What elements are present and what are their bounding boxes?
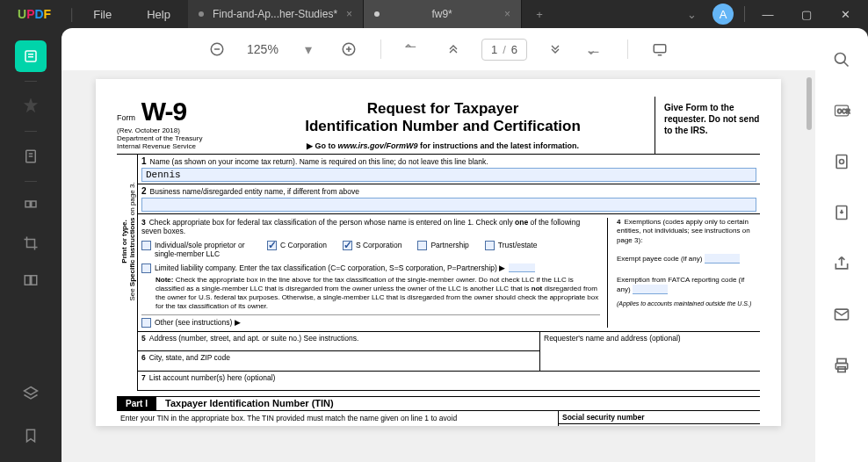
layers-icon[interactable] [15, 378, 47, 409]
fatca-input[interactable] [633, 285, 668, 294]
checkbox-individual[interactable] [141, 241, 151, 250]
zoom-level: 125% [245, 42, 280, 56]
zoom-out-button[interactable] [205, 37, 229, 61]
annotate-icon[interactable] [15, 90, 47, 122]
form-word: Form [117, 113, 135, 122]
app-logo: UPDF [0, 7, 69, 21]
form-title: Request for TaxpayerIdentification Numbe… [240, 100, 646, 136]
left-sidebar [0, 28, 61, 462]
checkbox-other[interactable] [141, 318, 151, 328]
bookmark-icon[interactable] [15, 420, 47, 451]
reader-mode-icon[interactable] [15, 40, 47, 72]
prev-page-button[interactable] [441, 37, 466, 61]
tab-label: Find-and-Ap...her-Studies* [213, 8, 337, 20]
menu-file[interactable]: File [76, 8, 129, 21]
close-icon[interactable]: × [504, 8, 510, 20]
first-page-button[interactable]: ⌃─ [401, 37, 425, 61]
menu-help[interactable]: Help [129, 8, 188, 21]
svg-rect-7 [32, 201, 36, 207]
next-page-button[interactable] [543, 37, 568, 61]
tab-indicator-icon [199, 11, 204, 17]
svg-rect-9 [32, 276, 37, 285]
part-title: Taxpayer Identification Number (TIN) [156, 398, 334, 408]
divider [744, 6, 745, 22]
tab-indicator-icon [374, 11, 380, 17]
new-tab-button[interactable]: + [522, 0, 557, 28]
right-sidebar: OCR [815, 28, 868, 462]
tab-current-document[interactable]: fw9* × [364, 0, 522, 28]
ocr-icon[interactable]: OCR [826, 95, 857, 126]
svg-rect-8 [25, 276, 30, 285]
form-dept: Department of the Treasury [117, 134, 224, 142]
svg-rect-6 [25, 201, 30, 207]
divider [25, 181, 37, 182]
compare-icon[interactable] [15, 264, 47, 296]
divider [627, 40, 628, 59]
tin-instructions: Enter your TIN in the appropriate box. T… [117, 411, 558, 426]
line2-label: Business name/disregarded entity name, i… [150, 187, 359, 196]
page-total: 6 [511, 43, 517, 56]
checkbox-partnership[interactable] [417, 241, 427, 250]
maximize-button[interactable]: ▢ [787, 0, 826, 28]
business-name-input[interactable] [141, 198, 756, 212]
watermark-icon[interactable] [826, 146, 857, 177]
line-number: 6 [141, 353, 146, 362]
scrollbar[interactable] [807, 77, 812, 130]
form-goto: ▶ Go to www.irs.gov/FormW9 for instructi… [240, 141, 646, 150]
pdf-page: Form W-9 (Rev. October 2018) Department … [96, 79, 781, 426]
organize-pages-icon[interactable] [15, 191, 47, 222]
search-icon[interactable] [826, 44, 857, 76]
page-sep: / [503, 43, 506, 56]
line-number: 1 [141, 156, 147, 166]
document-viewport[interactable]: Form W-9 (Rev. October 2018) Department … [61, 70, 815, 462]
zoom-dropdown[interactable]: ▾ [296, 37, 321, 61]
chevron-down-icon[interactable]: ⌄ [678, 8, 705, 21]
name-input[interactable]: Dennis [141, 168, 756, 182]
tab-other-document[interactable]: Find-and-Ap...her-Studies* × [188, 0, 364, 28]
email-icon[interactable] [826, 299, 857, 330]
line-number: 4 [617, 218, 620, 226]
line4-label: Exemptions (codes apply only to certain … [617, 218, 750, 244]
divider [25, 81, 37, 82]
divider [25, 131, 37, 132]
print-icon[interactable] [826, 350, 857, 381]
exempt-payee-input[interactable] [705, 254, 740, 263]
llc-classification-input[interactable] [509, 263, 535, 272]
page-current: 1 [491, 43, 497, 56]
divider [380, 40, 381, 59]
crop-icon[interactable] [15, 227, 47, 259]
svg-rect-15 [654, 45, 666, 53]
presentation-icon[interactable] [647, 37, 672, 61]
form-instructions: Give Form to the requester. Do not send … [655, 97, 760, 154]
checkbox-ccorp[interactable] [267, 241, 277, 250]
svg-line-18 [844, 62, 849, 67]
checkbox-llc[interactable] [141, 263, 151, 273]
form-dept: Internal Revenue Service [117, 142, 224, 150]
llc-note: Check the appropriate box in the line ab… [156, 276, 598, 310]
form-number: W-9 [141, 97, 186, 126]
share-icon[interactable] [826, 248, 857, 279]
close-button[interactable]: ✕ [826, 0, 864, 28]
part-badge: Part I [117, 397, 156, 410]
svg-point-17 [835, 54, 846, 64]
export-icon[interactable] [826, 197, 857, 228]
toolbar: 125% ▾ ⌃─ 1 / 6 ⌄─ [61, 28, 815, 70]
page-input[interactable]: 1 / 6 [481, 39, 527, 61]
form-revision: (Rev. October 2018) [117, 126, 224, 134]
line-number: 5 [141, 334, 146, 343]
checkbox-trust[interactable] [485, 241, 495, 250]
close-icon[interactable]: × [346, 8, 352, 20]
svg-rect-21 [836, 155, 847, 169]
svg-text:OCR: OCR [837, 108, 850, 114]
minimize-button[interactable]: — [749, 0, 787, 28]
checkbox-scorp[interactable] [343, 241, 352, 250]
last-page-button[interactable]: ⌄─ [583, 37, 608, 61]
edit-text-icon[interactable] [15, 141, 47, 172]
line7-label: List account number(s) here (optional) [149, 373, 276, 382]
tab-label: fw9* [388, 8, 495, 20]
zoom-in-button[interactable] [336, 37, 361, 61]
line5-label: Address (number, street, and apt. or sui… [149, 334, 359, 343]
svg-point-22 [840, 160, 844, 164]
form-side-label: Print or type.See Specific Instructions … [117, 155, 138, 391]
user-avatar[interactable]: A [712, 4, 734, 25]
